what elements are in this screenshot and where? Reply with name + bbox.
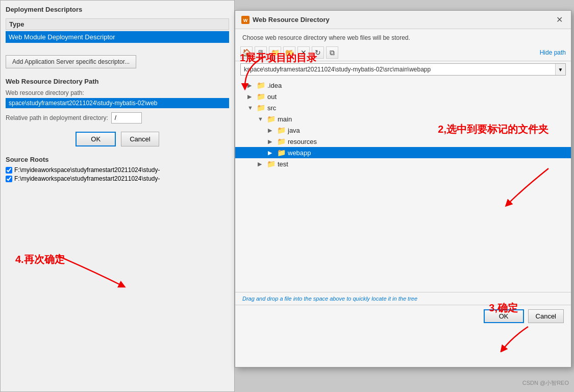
cancel-button[interactable]: Cancel bbox=[121, 132, 159, 146]
dialog-app-icon: W bbox=[241, 16, 249, 24]
copy-button[interactable]: ⧉ bbox=[326, 46, 338, 59]
tree-label-webapp: webapp bbox=[288, 149, 311, 157]
relative-path-label: Relative path in deployment directory: bbox=[6, 114, 108, 121]
source-root-checkbox-1[interactable] bbox=[6, 167, 12, 174]
source-roots-title: Source Roots bbox=[6, 156, 229, 163]
web-resource-path-input[interactable]: space\studyframestart20211024\study-myba… bbox=[6, 98, 229, 108]
chevron-right-icon: ▶ bbox=[268, 138, 275, 145]
folder-icon: 📁 bbox=[277, 126, 286, 134]
chevron-right-icon: ▶ bbox=[268, 127, 275, 134]
file-tree: ▶ 📁 .idea ▶ 📁 out ▼ 📁 src ▼ 📁 main ▶ 📁 j… bbox=[235, 78, 571, 292]
dialog-status: Drag and drop a file into the space abov… bbox=[235, 292, 571, 305]
chevron-down-icon: ▼ bbox=[247, 105, 255, 111]
dialog-close-button[interactable]: ✕ bbox=[554, 15, 565, 24]
path-input[interactable] bbox=[241, 64, 555, 75]
tree-label: out bbox=[267, 93, 277, 101]
chevron-right-icon: ▶ bbox=[247, 82, 255, 89]
folder-icon: 📁 bbox=[267, 115, 276, 123]
source-root-path-1: F:\myideaworkspace\studyframestart202110… bbox=[14, 166, 160, 174]
home-button[interactable]: 🏠 bbox=[240, 46, 253, 59]
tree-label: test bbox=[278, 160, 288, 168]
folder-icon: 📁 bbox=[277, 137, 286, 145]
source-roots-section: Source Roots F:\myideaworkspace\studyfra… bbox=[6, 156, 229, 182]
delete-button[interactable]: ✕ bbox=[297, 46, 310, 59]
deployment-descriptors-panel: Deployment Descriptors Type Web Module D… bbox=[0, 0, 235, 392]
folder-icon-webapp: 📁 bbox=[277, 149, 286, 157]
source-root-path-2: F:\myideaworkspace\studyframestart202110… bbox=[14, 175, 160, 182]
folder-icon: 📁 bbox=[267, 160, 276, 168]
tree-label: java bbox=[288, 127, 300, 134]
svg-text:W: W bbox=[243, 18, 248, 23]
tree-item-resources[interactable]: ▶ 📁 resources bbox=[235, 136, 571, 147]
tree-item-idea[interactable]: ▶ 📁 .idea bbox=[235, 80, 571, 91]
folder-icon: 📁 bbox=[257, 92, 265, 101]
tree-item-main[interactable]: ▼ 📁 main bbox=[235, 113, 571, 125]
relative-path-input[interactable] bbox=[111, 112, 142, 124]
ok-button[interactable]: OK bbox=[76, 132, 116, 146]
table-header: Type bbox=[6, 18, 229, 30]
web-resource-path-row: Web resource directory path: space\study… bbox=[6, 89, 229, 108]
path-scroll-button[interactable]: ▼ bbox=[555, 64, 565, 75]
tree-item-webapp[interactable]: ▶ 📁 webapp bbox=[235, 147, 571, 158]
ok-cancel-row: OK Cancel bbox=[6, 132, 229, 146]
source-root-item-1: F:\myideaworkspace\studyframestart202110… bbox=[6, 166, 229, 174]
chevron-down-icon: ▼ bbox=[258, 116, 265, 122]
desktop-button[interactable]: 🖥 bbox=[255, 46, 267, 59]
hide-path-button[interactable]: Hide path bbox=[540, 49, 566, 56]
web-resource-section: Web Resource Directory Path Web resource… bbox=[6, 78, 229, 124]
dialog-footer: OK Cancel bbox=[235, 305, 571, 327]
path-bar: ▼ bbox=[240, 63, 566, 76]
tree-item-out[interactable]: ▶ 📁 out bbox=[235, 91, 571, 102]
tree-label: main bbox=[278, 115, 292, 123]
relative-path-row: Relative path in deployment directory: bbox=[6, 112, 229, 124]
tree-label: .idea bbox=[267, 82, 282, 89]
table-row-selected[interactable]: Web Module Deployment Descriptor bbox=[6, 31, 229, 43]
dialog-description: Choose web resource directory where web … bbox=[235, 29, 571, 44]
toolbar-left: 🏠 🖥 📁 📂 ✕ ↻ ⧉ bbox=[240, 46, 338, 59]
chevron-right-icon: ▶ bbox=[268, 150, 275, 156]
dialog-ok-button[interactable]: OK bbox=[484, 309, 524, 323]
add-descriptor-button[interactable]: Add Application Server specific descript… bbox=[6, 55, 136, 68]
tree-item-test[interactable]: ▶ 📁 test bbox=[235, 158, 571, 169]
dialog-title: Web Resource Directory bbox=[253, 16, 330, 23]
source-root-item-2: F:\myideaworkspace\studyframestart202110… bbox=[6, 175, 229, 182]
web-resource-path-label: Web resource directory path: bbox=[6, 89, 229, 96]
add-descriptor-section: Add Application Server specific descript… bbox=[6, 52, 229, 68]
tree-label: resources bbox=[288, 138, 317, 145]
panel-title: Deployment Descriptors bbox=[6, 6, 229, 13]
dialog-toolbar: 🏠 🖥 📁 📂 ✕ ↻ ⧉ Hide path bbox=[235, 44, 571, 61]
tree-item-java[interactable]: ▶ 📁 java bbox=[235, 125, 571, 136]
dialog-titlebar: W Web Resource Directory ✕ bbox=[235, 11, 571, 29]
web-resource-title: Web Resource Directory Path bbox=[6, 78, 229, 85]
web-resource-dialog: W Web Resource Directory ✕ Choose web re… bbox=[235, 10, 571, 368]
folder-icon: 📁 bbox=[257, 81, 265, 89]
refresh-button[interactable]: ↻ bbox=[312, 46, 324, 59]
folder-icon: 📁 bbox=[257, 104, 265, 112]
watermark: CSDN @小智REO bbox=[522, 379, 569, 387]
source-root-checkbox-2[interactable] bbox=[6, 176, 12, 182]
tree-label: src bbox=[267, 104, 276, 112]
dialog-cancel-button[interactable]: Cancel bbox=[528, 309, 564, 323]
folder-button[interactable]: 📁 bbox=[269, 46, 281, 59]
tree-item-src[interactable]: ▼ 📁 src bbox=[235, 102, 571, 113]
dialog-title-left: W Web Resource Directory bbox=[241, 16, 330, 24]
new-folder-button[interactable]: 📂 bbox=[283, 46, 295, 59]
chevron-right-icon: ▶ bbox=[258, 161, 265, 167]
chevron-right-icon: ▶ bbox=[247, 93, 255, 100]
